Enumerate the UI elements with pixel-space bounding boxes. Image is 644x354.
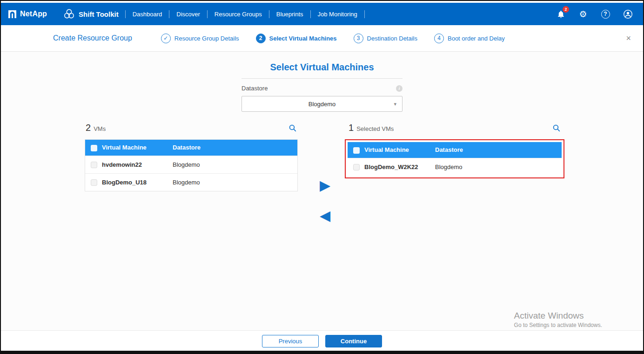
netapp-brand: NetApp	[8, 10, 47, 18]
available-vms-count-label: VMs	[94, 125, 106, 132]
notifications-bell-icon[interactable]: 2	[556, 9, 566, 19]
wizard-step-destination-details[interactable]: 3 Destination Details	[354, 34, 417, 43]
search-icon[interactable]	[288, 124, 297, 132]
selected-vms-panel: 1 Selected VMs Virtual Machine Datastore	[348, 123, 562, 178]
datastore-cell: Blogdemo	[435, 158, 562, 176]
datastore-field-block: Datastore i Blogdemo ▾	[242, 78, 402, 112]
select-all-checkbox[interactable]	[91, 145, 97, 151]
app-title: Shift Toolkit	[79, 10, 119, 18]
selected-vms-table-highlighted: Virtual Machine Datastore BlogDemo_W2K22…	[345, 139, 564, 178]
shift-toolkit-logo-icon	[63, 8, 75, 20]
wizard-footer: Previous Continue	[1, 330, 643, 352]
step-label: Resource Group Details	[174, 35, 239, 42]
step-number: 3	[354, 34, 363, 43]
move-right-arrow-button[interactable]: ▶	[320, 178, 330, 192]
available-vms-panel: 2 VMs Virtual Machine Datastore	[85, 123, 298, 191]
info-icon[interactable]: i	[396, 85, 402, 92]
watermark-line2: Go to Settings to activate Windows.	[514, 322, 602, 328]
wizard-step-resource-group-details[interactable]: ✓ Resource Group Details	[161, 34, 239, 43]
question-glyph: ?	[601, 10, 610, 19]
row-checkbox[interactable]	[353, 164, 360, 170]
activate-windows-watermark: Activate Windows Go to Settings to activ…	[514, 311, 602, 328]
datastore-label: Datastore	[242, 85, 268, 92]
datastore-cell: Blogdemo	[173, 173, 297, 191]
available-vms-count: 2	[86, 123, 91, 133]
continue-button[interactable]: Continue	[325, 335, 382, 347]
nav-divider	[364, 10, 365, 18]
table-row[interactable]: BlogDemo_U18 Blogdemo	[85, 173, 297, 191]
column-header-datastore: Datastore	[173, 140, 297, 156]
wizard-step-boot-order-and-delay[interactable]: 4 Boot order and Delay	[434, 34, 505, 43]
wizard-bar: Create Resource Group ✓ Resource Group D…	[1, 25, 643, 52]
datastore-cell: Blogdemo	[173, 156, 297, 173]
available-vms-table: Virtual Machine Datastore hvdemowin22 Bl…	[85, 139, 298, 191]
step-label: Boot order and Delay	[448, 35, 505, 42]
previous-button[interactable]: Previous	[262, 335, 319, 347]
wizard-step-select-virtual-machines[interactable]: 2 Select Virtual Machines	[256, 34, 337, 43]
main-content: Select Virtual Machines Datastore i Blog…	[1, 52, 643, 352]
step-label: Destination Details	[367, 35, 417, 42]
page-title: Select Virtual Machines	[1, 52, 643, 73]
vm-name-cell: hvdemowin22	[102, 156, 173, 173]
watermark-line1: Activate Windows	[514, 311, 602, 321]
wizard-title: Create Resource Group	[53, 34, 132, 42]
step-number: 2	[256, 34, 266, 43]
row-checkbox[interactable]	[91, 179, 97, 186]
row-checkbox[interactable]	[91, 162, 97, 168]
navbar-actions: 2 ⚙ ?	[556, 9, 633, 19]
netapp-brand-text: NetApp	[20, 10, 47, 18]
move-left-arrow-button[interactable]: ◀	[320, 209, 330, 223]
select-all-checkbox[interactable]	[353, 147, 360, 154]
main-nav: Dashboard Discover Resource Groups Bluep…	[125, 10, 365, 18]
datastore-selected-value: Blogdemo	[309, 101, 336, 108]
column-header-virtual-machine: Virtual Machine	[364, 142, 435, 158]
vm-name-cell: BlogDemo_W2K22	[364, 158, 435, 176]
chevron-down-icon: ▾	[394, 101, 396, 107]
nav-dashboard[interactable]: Dashboard	[126, 11, 169, 18]
nav-resource-groups[interactable]: Resource Groups	[208, 11, 269, 18]
selected-vms-count-label: Selected VMs	[356, 125, 394, 132]
step-label: Select Virtual Machines	[269, 35, 337, 42]
table-header-row: Virtual Machine Datastore	[85, 140, 297, 156]
help-icon[interactable]: ?	[600, 9, 610, 19]
column-header-datastore: Datastore	[435, 142, 562, 158]
notification-badge: 2	[563, 6, 569, 13]
gear-glyph: ⚙	[579, 10, 587, 19]
table-header-row: Virtual Machine Datastore	[348, 142, 562, 158]
nav-discover[interactable]: Discover	[169, 11, 207, 18]
search-icon[interactable]	[552, 124, 561, 132]
account-user-icon[interactable]	[623, 9, 633, 19]
step-check-icon: ✓	[161, 34, 171, 43]
selected-vms-count: 1	[349, 123, 354, 133]
top-navbar: NetApp Shift Toolkit Dashboard Discover …	[1, 3, 643, 25]
settings-gear-icon[interactable]: ⚙	[578, 9, 588, 19]
table-row[interactable]: BlogDemo_W2K22 Blogdemo	[348, 158, 562, 176]
netapp-logo-icon	[8, 10, 16, 18]
shift-toolkit-brand: Shift Toolkit	[63, 8, 119, 20]
nav-job-monitoring[interactable]: Job Monitoring	[311, 11, 364, 18]
datastore-select[interactable]: Blogdemo ▾	[242, 96, 402, 112]
table-row[interactable]: hvdemowin22 Blogdemo	[85, 156, 297, 173]
vm-name-cell: BlogDemo_U18	[102, 173, 173, 191]
column-header-virtual-machine: Virtual Machine	[102, 140, 173, 156]
nav-blueprints[interactable]: Blueprints	[269, 11, 310, 18]
app-window: NetApp Shift Toolkit Dashboard Discover …	[0, 0, 644, 354]
close-icon[interactable]: ×	[626, 34, 631, 42]
step-number: 4	[434, 34, 444, 43]
wizard-steps: ✓ Resource Group Details 2 Select Virtua…	[161, 34, 505, 43]
